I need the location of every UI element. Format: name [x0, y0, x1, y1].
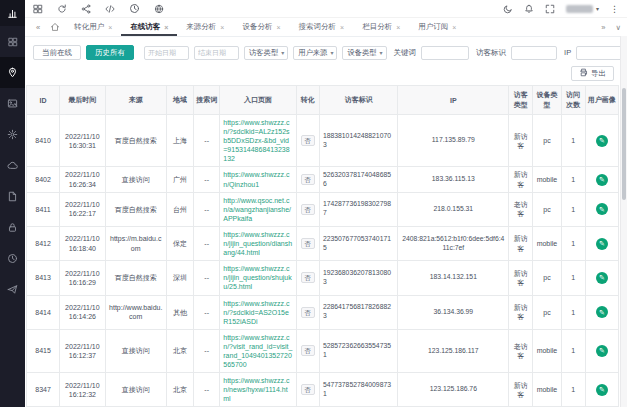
edit-profile-button[interactable]: ✎: [596, 135, 608, 147]
visitor-type-select[interactable]: 访客类型▾: [244, 46, 288, 60]
table-cell: mobile: [533, 167, 561, 192]
table-cell: 北京: [166, 373, 193, 407]
entry-page-link[interactable]: https://www.shwzzz.cn/news/hyxw/1114.htm…: [220, 373, 297, 407]
edit-profile-button[interactable]: ✎: [596, 272, 608, 284]
table-cell: --: [194, 226, 220, 260]
clock-icon[interactable]: [129, 3, 140, 14]
send-icon[interactable]: [0, 274, 25, 305]
user-source-select[interactable]: 用户来源▾: [293, 46, 337, 60]
table-cell: 2022/11/10 16:18:40: [60, 226, 105, 260]
table-cell: https://m.baidu.com: [105, 226, 166, 260]
visitor-id-input[interactable]: [511, 46, 557, 60]
location-pin-icon[interactable]: [0, 57, 25, 88]
ip-input[interactable]: [576, 46, 624, 60]
edit-profile-button[interactable]: ✎: [596, 345, 608, 357]
user-profile-cell: ✎: [585, 261, 618, 295]
table-cell: 1: [561, 295, 585, 329]
converted-badge: 否: [301, 384, 316, 395]
entry-page-link[interactable]: https://www.shwzzz.cn/?visit_rand_id=vis…: [220, 329, 297, 372]
tab-overflow-icon[interactable]: »: [601, 23, 605, 32]
tab-label: 搜索词分析: [299, 22, 337, 32]
apps-grid-icon[interactable]: [0, 26, 25, 57]
chevron-down-icon: ▾: [380, 49, 383, 56]
tab-设备分析[interactable]: 设备分析×: [233, 18, 289, 36]
table-cell: 百度自然搜索: [105, 261, 166, 295]
table-row: 84022022/11/10 16:26:34直接访问广州--https://w…: [27, 167, 619, 192]
chevron-down-icon: ▾: [596, 5, 599, 12]
column-header: 来源: [105, 86, 166, 115]
code-icon[interactable]: [105, 4, 115, 14]
close-icon[interactable]: ×: [220, 24, 224, 31]
table-cell: 北京: [166, 329, 193, 372]
start-date-input[interactable]: [144, 46, 189, 60]
share-icon[interactable]: [81, 4, 91, 14]
clock-icon[interactable]: [0, 243, 25, 274]
vertical-scrollbar[interactable]: [620, 36, 627, 407]
device-type-select[interactable]: 设备类型▾: [342, 46, 386, 60]
visitor-id-label: 访客标识: [476, 48, 506, 58]
table-cell: mobile: [533, 329, 561, 372]
visitor-id-cell: 5263203781740486856: [319, 167, 398, 192]
close-icon[interactable]: ×: [340, 24, 344, 31]
entry-page-link[interactable]: https://www.shwzzz.cn/jijin_question/dia…: [220, 226, 297, 260]
refresh-icon[interactable]: [57, 4, 67, 14]
close-icon[interactable]: ×: [396, 24, 400, 31]
user-profile-cell: ✎: [585, 295, 618, 329]
lock-icon[interactable]: [0, 212, 25, 243]
table-row: 84142022/11/10 16:14:26http://www.baidu.…: [27, 295, 619, 329]
tab-搜索词分析[interactable]: 搜索词分析×: [290, 18, 354, 36]
image-icon[interactable]: [0, 88, 25, 119]
table-cell: --: [194, 329, 220, 372]
edit-profile-button[interactable]: ✎: [596, 203, 608, 215]
globe-icon[interactable]: [154, 4, 164, 14]
app-logo-icon[interactable]: [0, 0, 25, 26]
tab-来源分析[interactable]: 来源分析×: [177, 18, 233, 36]
table-cell: 1: [561, 192, 585, 226]
close-icon[interactable]: ×: [164, 24, 168, 31]
table-row: 84152022/11/10 16:12:37直接访问北京--https://w…: [27, 329, 619, 372]
tab-栏目分析[interactable]: 栏目分析×: [353, 18, 409, 36]
tab-在线访客[interactable]: 在线访客×: [121, 18, 177, 36]
entry-page-link[interactable]: https://www.shwzzz.cn/Qinzhou1: [220, 167, 297, 192]
scrollbar-thumb[interactable]: [622, 88, 626, 200]
table-cell: --: [194, 167, 220, 192]
collapse-sidebar-icon[interactable]: «: [31, 18, 45, 36]
bell-icon[interactable]: [524, 4, 534, 14]
table-cell: 老访客: [509, 329, 533, 372]
close-icon[interactable]: ×: [452, 24, 456, 31]
tabbar-extra: » ∨: [601, 18, 621, 36]
close-icon[interactable]: ×: [108, 24, 112, 31]
more-vertical-icon[interactable]: ⋮: [610, 4, 619, 14]
export-row: 导出: [25, 62, 620, 85]
close-icon[interactable]: ×: [276, 24, 280, 31]
user-menu[interactable]: ▾: [566, 5, 599, 13]
tab-collapse-icon[interactable]: ∨: [616, 23, 622, 32]
entry-page-link[interactable]: http://www.qsoc.net.cn/a/wangzhanjianshe…: [220, 192, 297, 226]
moon-icon[interactable]: [503, 4, 513, 14]
tab-转化用户[interactable]: 转化用户×: [65, 18, 121, 36]
end-date-input[interactable]: [194, 46, 239, 60]
cloud-icon[interactable]: [0, 150, 25, 181]
tab-用户订阅[interactable]: 用户订阅×: [409, 18, 465, 36]
history-all-button[interactable]: 历史所有: [86, 45, 134, 60]
edit-profile-button[interactable]: ✎: [596, 384, 608, 396]
apps-grid-icon[interactable]: [33, 4, 43, 14]
table-cell: 老访客: [509, 192, 533, 226]
gear-icon[interactable]: [0, 119, 25, 150]
entry-page-link[interactable]: https://www.shwzzz.cn/jijin_question/shu…: [220, 261, 297, 295]
document-icon[interactable]: [0, 181, 25, 212]
export-button[interactable]: 导出: [571, 66, 614, 81]
table-cell: 保定: [166, 226, 193, 260]
keyword-input[interactable]: [421, 46, 469, 60]
edit-profile-button[interactable]: ✎: [596, 238, 608, 250]
edit-profile-button[interactable]: ✎: [596, 174, 608, 186]
table-cell: 2022/11/10 16:16:29: [60, 261, 105, 295]
current-online-button[interactable]: 当前在线: [33, 45, 81, 60]
topbar: ▾ ⋮: [25, 0, 627, 18]
entry-page-link[interactable]: https://www.shwzzz.cn/?sdclkid=AS2O15eR1…: [220, 295, 297, 329]
fullscreen-icon[interactable]: [545, 4, 555, 14]
entry-page-link[interactable]: https://www.shwzzz.cn/?sdclkid=AL2z152sb…: [220, 115, 297, 167]
edit-profile-button[interactable]: ✎: [596, 306, 608, 318]
table-cell: 1: [561, 167, 585, 192]
home-icon[interactable]: [45, 18, 65, 36]
